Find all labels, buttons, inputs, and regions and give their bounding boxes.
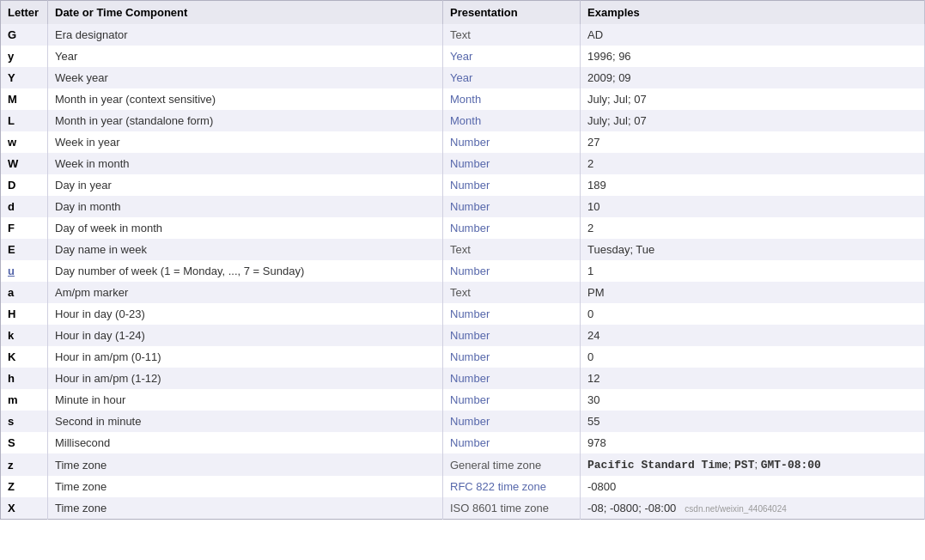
cell-letter: G [1,24,48,46]
cell-presentation: Number [443,196,581,217]
cell-component: Minute in hour [48,389,443,411]
cell-examples: 0 [581,303,925,325]
cell-letter: a [1,282,48,303]
cell-presentation: Number [443,174,581,196]
cell-letter: X [1,497,48,520]
cell-letter: L [1,110,48,131]
table-row: WWeek in monthNumber2 [1,153,925,174]
table-row: dDay in monthNumber10 [1,196,925,217]
date-format-table: Letter Date or Time Component Presentati… [0,0,925,520]
cell-letter: W [1,153,48,174]
cell-presentation: General time zone [443,453,581,476]
table-row: mMinute in hourNumber30 [1,389,925,411]
table-row: kHour in day (1-24)Number24 [1,325,925,346]
table-row: hHour in am/pm (1-12)Number12 [1,368,925,389]
cell-presentation: Month [443,110,581,131]
cell-letter: m [1,389,48,411]
table-row: EDay name in weekTextTuesday; Tue [1,239,925,260]
cell-examples: July; Jul; 07 [581,110,925,131]
cell-letter: k [1,325,48,346]
cell-presentation: Number [443,346,581,368]
cell-presentation: Number [443,368,581,389]
header-presentation: Presentation [443,1,581,25]
table-row: sSecond in minuteNumber55 [1,411,925,432]
table-row: GEra designatorTextAD [1,24,925,46]
table-row: ZTime zoneRFC 822 time zone-0800 [1,476,925,497]
cell-examples: Pacific Standard Time; PST; GMT-08:00 [581,453,925,476]
table-row: HHour in day (0-23)Number0 [1,303,925,325]
header-examples: Examples [581,1,925,25]
cell-component: Hour in am/pm (1-12) [48,368,443,389]
cell-presentation: Number [443,411,581,432]
cell-component: Week in month [48,153,443,174]
cell-component: Time zone [48,476,443,497]
cell-examples: PM [581,282,925,303]
cell-letter: z [1,453,48,476]
cell-presentation: ISO 8601 time zone [443,497,581,520]
cell-letter: d [1,196,48,217]
table-row: DDay in yearNumber189 [1,174,925,196]
cell-component: Week in year [48,131,443,153]
cell-component: Day of week in month [48,217,443,239]
cell-examples: 55 [581,411,925,432]
cell-presentation: Number [443,217,581,239]
cell-examples: 1 [581,260,925,282]
cell-component: Hour in day (0-23) [48,303,443,325]
cell-component: Week year [48,67,443,88]
cell-letter: s [1,411,48,432]
cell-component: Month in year (context sensitive) [48,88,443,110]
cell-component: Second in minute [48,411,443,432]
table-row: FDay of week in monthNumber2 [1,217,925,239]
cell-presentation: Text [443,24,581,46]
cell-component: Millisecond [48,432,443,453]
cell-examples: 30 [581,389,925,411]
table-header-row: Letter Date or Time Component Presentati… [1,1,925,25]
cell-letter: u [1,260,48,282]
cell-examples: 12 [581,368,925,389]
cell-letter: K [1,346,48,368]
table-row: uDay number of week (1 = Monday, ..., 7 … [1,260,925,282]
cell-examples: 189 [581,174,925,196]
cell-examples: 1996; 96 [581,46,925,67]
cell-letter: S [1,432,48,453]
cell-letter: M [1,88,48,110]
cell-letter: E [1,239,48,260]
cell-letter: h [1,368,48,389]
header-component: Date or Time Component [48,1,443,25]
cell-component: Era designator [48,24,443,46]
cell-examples: 2 [581,153,925,174]
cell-presentation: Number [443,260,581,282]
table-row: XTime zoneISO 8601 time zone-08; -0800; … [1,497,925,520]
cell-presentation: Month [443,88,581,110]
table-row: KHour in am/pm (0-11)Number0 [1,346,925,368]
header-letter: Letter [1,1,48,25]
cell-presentation: Number [443,303,581,325]
cell-examples: 0 [581,346,925,368]
cell-presentation: Number [443,153,581,174]
cell-examples: 2 [581,217,925,239]
cell-component: Hour in day (1-24) [48,325,443,346]
cell-letter: D [1,174,48,196]
cell-examples: 10 [581,196,925,217]
cell-examples: July; Jul; 07 [581,88,925,110]
cell-presentation: Text [443,239,581,260]
cell-component: Year [48,46,443,67]
cell-presentation: Text [443,282,581,303]
cell-examples: 2009; 09 [581,67,925,88]
table-row: yYearYear1996; 96 [1,46,925,67]
cell-letter: w [1,131,48,153]
cell-component: Time zone [48,497,443,520]
cell-presentation: RFC 822 time zone [443,476,581,497]
cell-presentation: Year [443,67,581,88]
cell-presentation: Number [443,432,581,453]
cell-examples: Tuesday; Tue [581,239,925,260]
cell-examples: 24 [581,325,925,346]
cell-examples: -08; -0800; -08:00csdn.net/weixin_440640… [581,497,925,520]
cell-examples: -0800 [581,476,925,497]
table-row: zTime zoneGeneral time zonePacific Stand… [1,453,925,476]
cell-examples: AD [581,24,925,46]
cell-letter: Y [1,67,48,88]
table-row: LMonth in year (standalone form)MonthJul… [1,110,925,131]
cell-component: Day in year [48,174,443,196]
cell-component: Hour in am/pm (0-11) [48,346,443,368]
